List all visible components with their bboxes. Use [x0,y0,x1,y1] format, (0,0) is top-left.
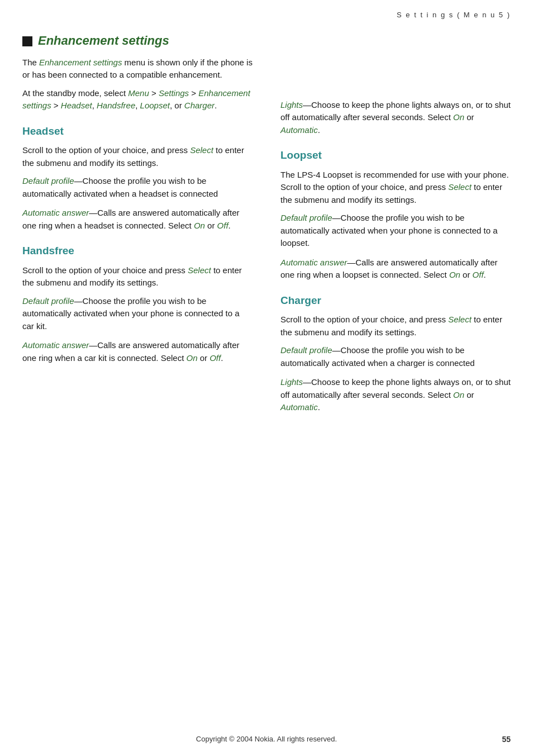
charger-default-profile: Default profile—Choose the profile you w… [280,344,511,369]
intro-charger-link: Charger [184,101,215,110]
charger-lights-on: On [453,390,464,400]
handsfree-default-italic: Default profile [22,296,74,306]
header-text: S e t t i n g s ( M e n u 5 ) [397,11,511,19]
footer-copyright: Copyright © 2004 Nokia. All rights reser… [196,734,337,745]
loopset-default-text: Default profile—Choose the profile you w… [280,212,511,250]
headset-end: . [229,221,231,230]
intro-comma1: , [92,101,97,110]
loopset-on: On [449,270,460,279]
intro-end: . [215,101,217,110]
intro-text1: The [22,58,39,67]
handsfree-auto-text: Automatic answer—Calls are answered auto… [22,339,253,364]
charger-intro-text: Scroll to the option of your choice, and… [280,315,448,324]
handsfree-default-profile: Default profile—Choose the profile you w… [22,295,253,333]
headset-default-italic: Default profile [22,176,74,186]
page-header: S e t t i n g s ( M e n u 5 ) [0,0,533,26]
lights-right-end: . [318,125,320,135]
title-square-icon [22,36,32,46]
intro-mid1: > [149,88,159,98]
loopset-or: or [460,270,473,279]
charger-lights-italic: Lights [280,377,303,387]
handsfree-default-text: Default profile—Choose the profile you w… [22,295,253,333]
intro-paragraph-1: The Enhancement settings menu is shown o… [22,56,253,82]
intro-loopset-link: Loopset [140,101,170,110]
intro-mid3: > [51,101,61,110]
charger-lights-dash: —Choose to keep the phone lights always … [280,377,511,400]
headset-auto-answer: Automatic answer—Calls are answered auto… [22,207,253,232]
handsfree-off: Off [210,353,221,363]
handsfree-heading: Handsfree [22,243,253,259]
loopset-auto-italic: Automatic answer [280,258,347,267]
headset-auto-italic: Automatic answer [22,208,89,217]
headset-default-text: Default profile—Choose the profile you w… [22,175,253,200]
loopset-select: Select [448,182,472,192]
page-content: Enhancement settings The Enhancement set… [0,26,533,443]
lights-right-automatic: Automatic [280,125,318,135]
page-footer: Copyright © 2004 Nokia. All rights reser… [0,734,533,745]
lights-right-or: or [464,112,474,122]
charger-intro: Scroll to the option of your choice, and… [280,313,511,339]
main-heading: Enhancement settings [38,32,169,50]
headset-heading: Headset [22,123,253,139]
charger-select: Select [448,315,472,324]
intro-settings: Settings [159,88,189,98]
lights-right-dash: —Choose to keep the phone lights always … [280,100,511,122]
lights-right-section: Lights—Choose to keep the phone lights a… [280,99,511,137]
intro-comma3: , or [170,101,184,110]
charger-lights: Lights—Choose to keep the phone lights a… [280,376,511,414]
handsfree-end: . [221,353,223,363]
loopset-off: Off [473,270,484,279]
loopset-intro: The LPS-4 Loopset is recommended for use… [280,169,511,207]
loopset-auto-answer: Automatic answer—Calls are answered auto… [280,256,511,282]
loopset-auto-text: Automatic answer—Calls are answered auto… [280,256,511,282]
intro-headset-link: Headset [61,101,92,110]
intro-pre: At the standby mode, select [22,88,128,98]
handsfree-auto-italic: Automatic answer [22,340,89,350]
handsfree-select: Select [188,265,211,275]
intro-menu: Menu [128,88,149,98]
charger-default-italic: Default profile [280,345,332,355]
right-column: Lights—Choose to keep the phone lights a… [275,32,511,421]
handsfree-auto-answer: Automatic answer—Calls are answered auto… [22,339,253,364]
headset-or: or [205,221,217,230]
headset-auto-text: Automatic answer—Calls are answered auto… [22,207,253,232]
charger-default-text: Default profile—Choose the profile you w… [280,344,511,369]
headset-on: On [194,221,205,230]
lights-right-on: On [453,112,464,122]
intro-comma2: , [135,101,140,110]
charger-lights-or: or [464,390,474,400]
loopset-default-profile: Default profile—Choose the profile you w… [280,212,511,250]
intro-handsfree-link: Handsfree [97,101,135,110]
headset-select: Select [190,145,213,155]
handsfree-or: or [198,353,210,363]
headset-intro-text: Scroll to the option of your choice, and… [22,145,190,155]
intro-enhancement-italic: Enhancement settings [39,58,122,67]
charger-lights-end: . [318,402,320,412]
intro-mid2: > [189,88,198,98]
loopset-end: . [484,270,486,279]
charger-lights-automatic: Automatic [280,402,318,412]
left-column: Enhancement settings The Enhancement set… [22,32,258,421]
handsfree-intro: Scroll to the option of your choice and … [22,264,253,289]
headset-off: Off [217,221,229,230]
intro-paragraph-2: At the standby mode, select Menu > Setti… [22,87,253,112]
charger-heading: Charger [280,293,511,308]
lights-right-text: Lights—Choose to keep the phone lights a… [280,99,511,137]
loopset-heading: Loopset [280,148,511,163]
headset-intro: Scroll to the option of your choice, and… [22,144,253,169]
lights-right-italic: Lights [280,100,303,110]
headset-default-profile: Default profile—Choose the profile you w… [22,175,253,200]
loopset-default-italic: Default profile [280,213,332,222]
handsfree-on: On [187,353,198,363]
charger-lights-text: Lights—Choose to keep the phone lights a… [280,376,511,414]
handsfree-intro-text: Scroll to the option of your choice and … [22,265,188,275]
main-title-block: Enhancement settings [22,32,253,50]
footer-page-number: 55 [502,734,511,745]
